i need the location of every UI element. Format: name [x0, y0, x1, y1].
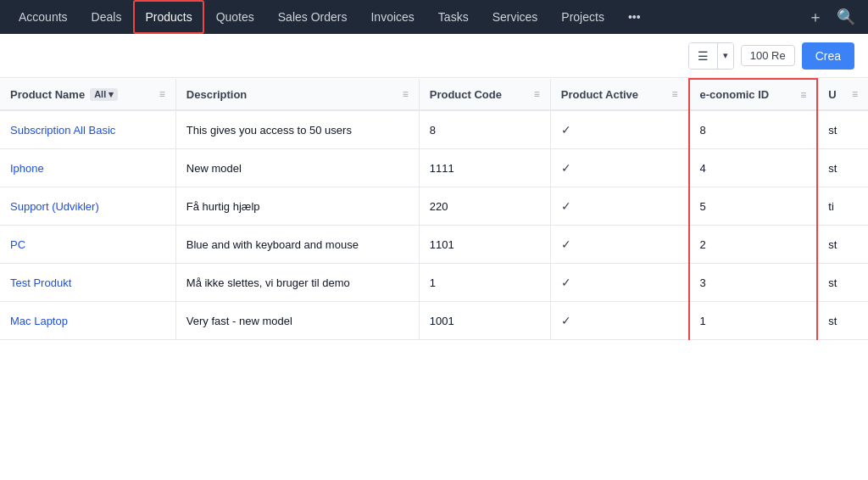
cell-economic_id: 5: [689, 187, 818, 226]
active-check: ✓: [561, 161, 571, 175]
col-label-description: Description: [186, 88, 248, 101]
col-menu-icon-economic_id[interactable]: ≡: [800, 89, 806, 101]
nav-item-products[interactable]: Products: [133, 0, 203, 34]
col-header-description: Description≡: [175, 79, 419, 110]
cell-active: ✓: [550, 302, 688, 340]
table-row: Test ProduktMå ikke slettes, vi bruger t…: [0, 264, 868, 302]
cell-unit: st: [817, 110, 868, 149]
col-menu-icon-description[interactable]: ≡: [403, 88, 409, 100]
col-header-active: Product Active≡: [550, 79, 688, 110]
view-dropdown-button[interactable]: ▾: [717, 43, 733, 69]
nav-item-services[interactable]: Services: [481, 0, 550, 34]
view-toggle: ☰ ▾: [688, 42, 734, 70]
nav-item-tasks[interactable]: Tasks: [426, 0, 481, 34]
cell-economic_id: 1: [689, 302, 818, 340]
col-header-code: Product Code≡: [419, 79, 550, 110]
table-row: Subscription All BasicThis gives you acc…: [0, 110, 868, 149]
cell-name[interactable]: Test Produkt: [0, 264, 175, 302]
col-menu-icon-code[interactable]: ≡: [534, 88, 540, 100]
search-nav-button[interactable]: 🔍: [831, 2, 861, 32]
col-label-active: Product Active: [561, 88, 638, 101]
active-check: ✓: [561, 123, 571, 137]
cell-name[interactable]: PC: [0, 226, 175, 264]
cell-name[interactable]: Iphone: [0, 149, 175, 187]
cell-unit: ti: [817, 187, 868, 226]
cell-unit: st: [817, 149, 868, 187]
cell-active: ✓: [550, 264, 688, 302]
col-menu-icon-active[interactable]: ≡: [672, 88, 678, 100]
table-row: Support (Udvikler)Få hurtig hjælp220✓5ti: [0, 187, 868, 226]
cell-code: 1101: [419, 226, 550, 264]
cell-code: 1001: [419, 302, 550, 340]
active-check: ✓: [561, 237, 571, 251]
nav-item-invoices[interactable]: Invoices: [359, 0, 426, 34]
nav-item-quotes[interactable]: Quotes: [204, 0, 266, 34]
cell-name[interactable]: Subscription All Basic: [0, 110, 175, 149]
navbar: AccountsDealsProductsQuotesSales OrdersI…: [0, 0, 868, 34]
cell-description: Få hurtig hjælp: [175, 187, 419, 226]
table-row: Mac LaptopVery fast - new model1001✓1st: [0, 302, 868, 340]
col-header-economic_id: e-conomic ID≡: [689, 79, 818, 110]
cell-economic_id: 3: [689, 264, 818, 302]
nav-item-deals[interactable]: Deals: [80, 0, 134, 34]
cell-active: ✓: [550, 149, 688, 187]
cell-unit: st: [817, 302, 868, 340]
products-table-container: Product NameAll ▾≡Description≡Product Co…: [0, 78, 868, 480]
cell-description: Blue and with keyboard and mouse: [175, 226, 419, 264]
cell-name[interactable]: Mac Laptop: [0, 302, 175, 340]
cell-code: 1111: [419, 149, 550, 187]
create-button[interactable]: Crea: [802, 42, 854, 70]
cell-active: ✓: [550, 226, 688, 264]
cell-code: 220: [419, 187, 550, 226]
toolbar: ☰ ▾ 100 Re Crea: [0, 34, 868, 78]
col-label-name: Product Name: [10, 88, 85, 101]
cell-economic_id: 4: [689, 149, 818, 187]
nav-item-sales-orders[interactable]: Sales Orders: [266, 0, 359, 34]
cell-description: Må ikke slettes, vi bruger til demo: [175, 264, 419, 302]
cell-unit: st: [817, 264, 868, 302]
col-filter-name[interactable]: All ▾: [90, 88, 118, 101]
cell-economic_id: 8: [689, 110, 818, 149]
active-check: ✓: [561, 314, 571, 327]
col-header-unit: U≡: [817, 79, 868, 110]
records-badge: 100 Re: [741, 45, 795, 66]
cell-unit: st: [817, 226, 868, 264]
products-table: Product NameAll ▾≡Description≡Product Co…: [0, 78, 868, 340]
nav-item-•••[interactable]: •••: [616, 0, 653, 34]
nav-item-accounts[interactable]: Accounts: [7, 0, 80, 34]
col-menu-icon-unit[interactable]: ≡: [852, 88, 858, 100]
cell-description: This gives you access to 50 users: [175, 110, 419, 149]
col-label-unit: U: [828, 88, 836, 101]
cell-name[interactable]: Support (Udvikler): [0, 187, 175, 226]
cell-description: New model: [175, 149, 419, 187]
col-header-name: Product NameAll ▾≡: [0, 79, 175, 110]
cell-code: 1: [419, 264, 550, 302]
cell-economic_id: 2: [689, 226, 818, 264]
cell-description: Very fast - new model: [175, 302, 419, 340]
table-row: PCBlue and with keyboard and mouse1101✓2…: [0, 226, 868, 264]
col-menu-icon-name[interactable]: ≡: [159, 88, 165, 100]
active-check: ✓: [561, 199, 571, 213]
nav-item-projects[interactable]: Projects: [549, 0, 616, 34]
active-check: ✓: [561, 276, 571, 289]
list-view-button[interactable]: ☰: [689, 43, 717, 69]
col-label-code: Product Code: [430, 88, 502, 101]
table-row: IphoneNew model1111✓4st: [0, 149, 868, 187]
cell-active: ✓: [550, 187, 688, 226]
cell-code: 8: [419, 110, 550, 149]
col-label-economic_id: e-conomic ID: [700, 88, 770, 101]
cell-active: ✓: [550, 110, 688, 149]
add-nav-button[interactable]: ＋: [800, 2, 831, 32]
